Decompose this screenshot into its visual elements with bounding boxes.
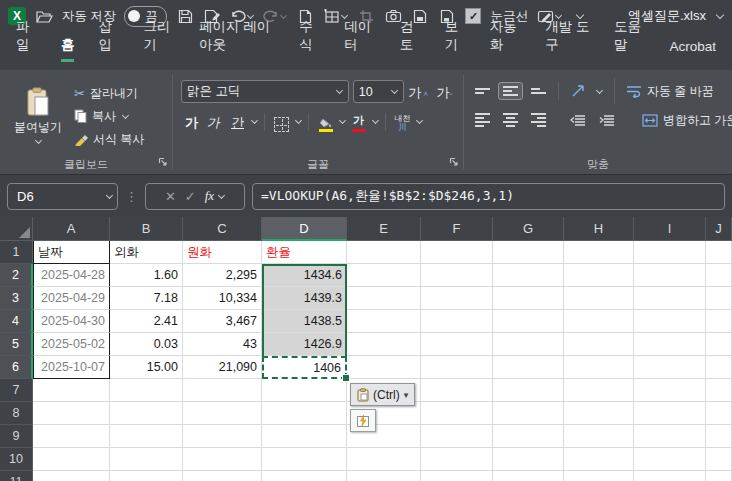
column-header-f[interactable]: F [421, 217, 493, 241]
cell-A9[interactable] [33, 425, 110, 448]
ribbon-tab[interactable]: 검토 [388, 11, 433, 70]
cell-C7[interactable] [183, 379, 262, 402]
wrap-text-button[interactable]: 자동 줄 바꿈 [626, 83, 714, 100]
select-all-corner[interactable] [0, 217, 33, 241]
cell-J7[interactable] [706, 379, 732, 402]
cell-E10[interactable] [347, 448, 421, 471]
cell-H3[interactable] [564, 287, 634, 310]
paste-button[interactable]: 붙여넣기 [6, 76, 70, 156]
cell-D2[interactable]: 1434.6 [262, 264, 347, 287]
fx-dropdown-icon[interactable] [218, 191, 225, 198]
cell-D11[interactable] [262, 471, 347, 481]
active-cell-marching-ants[interactable]: 1406 [262, 356, 347, 379]
orientation-dropdown-icon[interactable] [596, 86, 603, 93]
cell-A7[interactable] [33, 379, 110, 402]
enter-button[interactable]: ✓ [185, 189, 196, 204]
cell-G3[interactable] [493, 287, 564, 310]
row-header-7[interactable]: 7 [0, 379, 33, 402]
column-header-h[interactable]: H [564, 217, 634, 241]
cell-I8[interactable] [634, 402, 706, 425]
font-size-combo[interactable]: 10 [353, 80, 404, 103]
cancel-button[interactable]: ✕ [165, 189, 176, 204]
insert-function-button[interactable]: fx [205, 188, 214, 204]
cell-I6[interactable] [634, 356, 706, 379]
cell-B10[interactable] [110, 448, 183, 471]
row-header-3[interactable]: 3 [0, 287, 33, 310]
cell-G7[interactable] [493, 379, 564, 402]
cell-F3[interactable] [421, 287, 493, 310]
fill-handle[interactable] [342, 374, 350, 382]
cell-F6[interactable] [421, 356, 493, 379]
column-header-j[interactable]: J [706, 217, 732, 241]
clipboard-dialog-launcher-icon[interactable] [158, 153, 168, 171]
cell-F7[interactable] [421, 379, 493, 402]
cell-H7[interactable] [564, 379, 634, 402]
column-header-c[interactable]: C [183, 217, 262, 241]
cell-G11[interactable] [493, 471, 564, 481]
cell-B3[interactable]: 7.18 [110, 287, 183, 310]
cell-B8[interactable] [110, 402, 183, 425]
cell-H4[interactable] [564, 310, 634, 333]
cell-A6[interactable]: 2025-10-07 [33, 356, 110, 379]
cell-E11[interactable] [347, 471, 421, 481]
cell-A1[interactable]: 날짜 [33, 241, 110, 264]
cell-D10[interactable] [262, 448, 347, 471]
ribbon-tab[interactable]: 삽입 [86, 11, 131, 70]
cell-D7[interactable] [262, 379, 347, 402]
cell-B5[interactable]: 0.03 [110, 333, 183, 356]
cell-H6[interactable] [564, 356, 634, 379]
shrink-font-button[interactable]: 가ˇ [434, 79, 455, 104]
cell-F1[interactable] [421, 241, 493, 264]
row-header-4[interactable]: 4 [0, 310, 33, 333]
cell-H2[interactable] [564, 264, 634, 287]
row-header-8[interactable]: 8 [0, 402, 33, 425]
cell-D5[interactable]: 1426.9 [262, 333, 347, 356]
cell-E1[interactable] [347, 241, 421, 264]
borders-dropdown-icon[interactable] [295, 117, 302, 124]
cell-G6[interactable] [493, 356, 564, 379]
ribbon-tab[interactable]: 자동화 [478, 11, 533, 70]
cell-H8[interactable] [564, 402, 634, 425]
row-header-11[interactable]: 11 [0, 471, 33, 481]
cell-J5[interactable] [706, 333, 732, 356]
row-header-9[interactable]: 9 [0, 425, 33, 448]
cell-A2[interactable]: 2025-04-28 [33, 264, 110, 287]
cell-F10[interactable] [421, 448, 493, 471]
row-header-6[interactable]: 6 [0, 356, 33, 379]
ribbon-tab[interactable]: 도움말 [602, 11, 657, 70]
cell-B6[interactable]: 15.00 [110, 356, 183, 379]
cell-J9[interactable] [706, 425, 732, 448]
cell-A4[interactable]: 2025-04-30 [33, 310, 110, 333]
cell-B9[interactable] [110, 425, 183, 448]
cell-J11[interactable] [706, 471, 732, 481]
cell-C8[interactable] [183, 402, 262, 425]
grow-font-button[interactable]: 가＾ [408, 79, 430, 104]
phonetic-dropdown-icon[interactable] [416, 117, 423, 124]
underline-button[interactable]: 간 [227, 109, 248, 134]
cell-C2[interactable]: 2,295 [183, 264, 262, 287]
ribbon-tab[interactable]: Acrobat [658, 32, 729, 70]
cell-D1[interactable]: 환율 [262, 241, 347, 264]
cell-C1[interactable]: 원화 [183, 241, 262, 264]
fill-color-button[interactable] [315, 109, 336, 134]
underline-dropdown-icon[interactable] [251, 117, 258, 124]
cell-J4[interactable] [706, 310, 732, 333]
ribbon-tab[interactable]: 수식 [287, 11, 332, 70]
cell-C4[interactable]: 3,467 [183, 310, 262, 333]
row-header-1[interactable]: 1 [0, 241, 33, 264]
decrease-indent-button[interactable] [565, 110, 591, 130]
cell-I1[interactable] [634, 241, 706, 264]
cell-J1[interactable] [706, 241, 732, 264]
cell-B4[interactable]: 2.41 [110, 310, 183, 333]
italic-button[interactable]: 가 [201, 109, 227, 134]
cell-I4[interactable] [634, 310, 706, 333]
cell-I3[interactable] [634, 287, 706, 310]
cell-A8[interactable] [33, 402, 110, 425]
column-header-d[interactable]: D [262, 217, 347, 241]
cell-D8[interactable] [262, 402, 347, 425]
align-top-button[interactable] [470, 84, 495, 98]
cell-G2[interactable] [493, 264, 564, 287]
ribbon-tab[interactable]: 보기 [433, 11, 478, 70]
column-header-a[interactable]: A [33, 217, 110, 241]
cell-F11[interactable] [421, 471, 493, 481]
